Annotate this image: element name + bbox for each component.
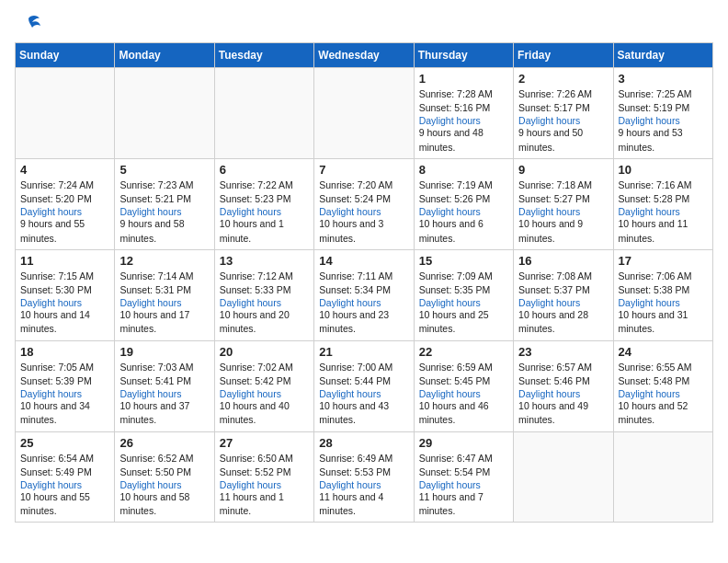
day-info-sunset: Sunset: 5:16 PM <box>419 101 508 115</box>
daylight-label: Daylight hours <box>619 115 708 126</box>
day-info: Sunrise: 6:54 AM <box>20 452 109 465</box>
daylight-info: 10 hours and 20 minutes. <box>220 308 309 336</box>
day-number: 27 <box>220 436 309 450</box>
day-info: Sunrise: 7:26 AM <box>518 87 608 101</box>
calendar-cell: 6Sunrise: 7:22 AMSunset: 5:23 PMDaylight… <box>214 158 313 249</box>
day-number: 4 <box>20 163 109 177</box>
day-number: 2 <box>518 72 608 86</box>
day-number: 3 <box>619 72 708 86</box>
day-number: 25 <box>20 436 109 450</box>
daylight-info: 10 hours and 9 minutes. <box>518 217 608 245</box>
daylight-label: Daylight hours <box>119 388 209 399</box>
daylight-info: 9 hours and 53 minutes. <box>619 126 708 154</box>
daylight-label: Daylight hours <box>220 479 309 490</box>
daylight-label: Daylight hours <box>319 297 408 308</box>
day-info: Sunrise: 7:00 AM <box>319 361 408 374</box>
daylight-label: Daylight hours <box>20 206 109 217</box>
daylight-label: Daylight hours <box>20 479 109 490</box>
day-info: Sunrise: 6:47 AM <box>419 452 508 465</box>
daylight-info: 10 hours and 23 minutes. <box>319 308 408 336</box>
day-info: Sunrise: 7:08 AM <box>518 270 608 283</box>
calendar-cell: 17Sunrise: 7:06 AMSunset: 5:38 PMDayligh… <box>613 249 712 340</box>
daylight-label: Daylight hours <box>518 206 608 217</box>
day-number: 13 <box>220 254 309 268</box>
day-info: Sunrise: 7:12 AM <box>220 270 309 283</box>
day-info-sunset: Sunset: 5:27 PM <box>518 192 608 206</box>
day-number: 9 <box>518 163 608 177</box>
calendar-cell: 20Sunrise: 7:02 AMSunset: 5:42 PMDayligh… <box>214 340 313 431</box>
calendar-cell <box>16 68 115 159</box>
daylight-info: 10 hours and 40 minutes. <box>220 399 309 427</box>
day-number: 29 <box>419 436 508 450</box>
calendar-cell: 2Sunrise: 7:26 AMSunset: 5:17 PMDaylight… <box>514 68 613 159</box>
daylight-info: 10 hours and 1 minute. <box>220 217 309 245</box>
calendar-header-row: SundayMondayTuesdayWednesdayThursdayFrid… <box>16 43 713 68</box>
day-info: Sunrise: 6:57 AM <box>518 361 608 374</box>
daylight-label: Daylight hours <box>119 206 209 217</box>
calendar-cell: 25Sunrise: 6:54 AMSunset: 5:49 PMDayligh… <box>16 431 115 523</box>
calendar-cell: 5Sunrise: 7:23 AMSunset: 5:21 PMDaylight… <box>115 158 214 249</box>
day-number: 28 <box>319 436 408 450</box>
day-info: Sunrise: 7:25 AM <box>619 87 708 101</box>
daylight-label: Daylight hours <box>220 206 309 217</box>
day-info-sunset: Sunset: 5:54 PM <box>419 465 508 479</box>
day-info: Sunrise: 7:23 AM <box>119 178 209 192</box>
daylight-info: 10 hours and 14 minutes. <box>20 308 109 336</box>
column-header-monday: Monday <box>115 43 214 68</box>
logo-bird-icon <box>16 15 41 35</box>
daylight-info: 10 hours and 28 minutes. <box>518 308 608 336</box>
daylight-label: Daylight hours <box>419 115 508 126</box>
day-info: Sunrise: 7:09 AM <box>419 270 508 283</box>
daylight-info: 11 hours and 7 minutes. <box>419 490 508 518</box>
daylight-info: 10 hours and 46 minutes. <box>419 399 508 427</box>
column-header-saturday: Saturday <box>613 43 712 68</box>
daylight-info: 10 hours and 43 minutes. <box>319 399 408 427</box>
daylight-label: Daylight hours <box>518 388 608 399</box>
daylight-label: Daylight hours <box>419 388 508 399</box>
day-info-sunset: Sunset: 5:33 PM <box>220 283 309 297</box>
daylight-info: 9 hours and 58 minutes. <box>119 217 209 245</box>
day-info: Sunrise: 6:49 AM <box>319 452 408 465</box>
day-number: 22 <box>419 345 508 359</box>
day-number: 18 <box>20 345 109 359</box>
daylight-label: Daylight hours <box>518 297 608 308</box>
calendar-cell: 21Sunrise: 7:00 AMSunset: 5:44 PMDayligh… <box>314 340 414 431</box>
daylight-info: 9 hours and 55 minutes. <box>20 217 109 245</box>
day-info-sunset: Sunset: 5:17 PM <box>518 101 608 115</box>
calendar-cell: 22Sunrise: 6:59 AMSunset: 5:45 PMDayligh… <box>414 340 513 431</box>
day-info: Sunrise: 7:14 AM <box>119 270 209 283</box>
day-info: Sunrise: 7:02 AM <box>220 361 309 374</box>
day-info: Sunrise: 6:55 AM <box>619 361 708 374</box>
day-info: Sunrise: 7:28 AM <box>419 87 508 101</box>
day-info-sunset: Sunset: 5:37 PM <box>518 283 608 297</box>
daylight-label: Daylight hours <box>20 388 109 399</box>
daylight-info: 10 hours and 37 minutes. <box>119 399 209 427</box>
column-header-thursday: Thursday <box>414 43 513 68</box>
day-info-sunset: Sunset: 5:19 PM <box>619 101 708 115</box>
day-info-sunset: Sunset: 5:34 PM <box>319 283 408 297</box>
day-info: Sunrise: 7:11 AM <box>319 270 408 283</box>
day-info-sunset: Sunset: 5:46 PM <box>518 374 608 388</box>
day-number: 8 <box>419 163 508 177</box>
calendar-week-row: 25Sunrise: 6:54 AMSunset: 5:49 PMDayligh… <box>16 431 713 523</box>
day-info: Sunrise: 7:24 AM <box>20 178 109 192</box>
day-info-sunset: Sunset: 5:41 PM <box>119 374 209 388</box>
calendar-week-row: 4Sunrise: 7:24 AMSunset: 5:20 PMDaylight… <box>16 158 713 249</box>
daylight-label: Daylight hours <box>319 388 408 399</box>
logo <box>15 15 41 35</box>
day-info-sunset: Sunset: 5:48 PM <box>619 374 708 388</box>
calendar-cell: 8Sunrise: 7:19 AMSunset: 5:26 PMDaylight… <box>414 158 513 249</box>
day-number: 11 <box>20 254 109 268</box>
daylight-info: 9 hours and 50 minutes. <box>518 126 608 154</box>
calendar-cell: 15Sunrise: 7:09 AMSunset: 5:35 PMDayligh… <box>414 249 513 340</box>
day-number: 14 <box>319 254 408 268</box>
daylight-info: 11 hours and 4 minutes. <box>319 490 408 518</box>
day-number: 26 <box>119 436 209 450</box>
daylight-label: Daylight hours <box>419 479 508 490</box>
daylight-label: Daylight hours <box>220 297 309 308</box>
day-number: 12 <box>119 254 209 268</box>
calendar-cell: 28Sunrise: 6:49 AMSunset: 5:53 PMDayligh… <box>314 431 414 523</box>
daylight-info: 10 hours and 49 minutes. <box>518 399 608 427</box>
day-number: 23 <box>518 345 608 359</box>
calendar-cell: 16Sunrise: 7:08 AMSunset: 5:37 PMDayligh… <box>514 249 613 340</box>
